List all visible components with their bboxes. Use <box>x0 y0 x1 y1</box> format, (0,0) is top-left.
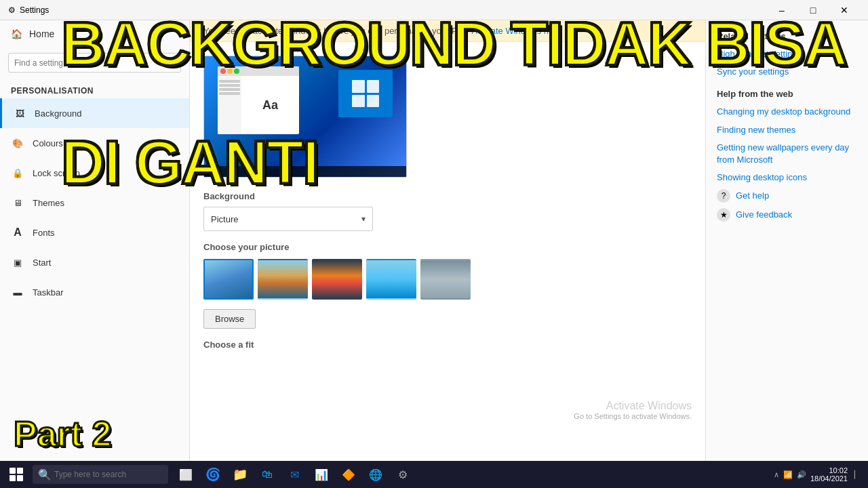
preview-start-tile <box>338 70 393 117</box>
picture-thumb-4[interactable] <box>366 259 416 300</box>
preview-sidebar-line-1 <box>219 80 240 83</box>
sidebar-item-themes[interactable]: 🖥 Themes <box>0 188 189 218</box>
preview-close-dot <box>220 68 226 74</box>
start-icon: ▣ <box>11 256 24 269</box>
clock-display[interactable]: 10:02 18/04/2021 <box>810 466 848 483</box>
title-bar: ⚙ Settings – □ ✕ <box>0 0 868 20</box>
clock-time: 10:02 <box>810 466 848 474</box>
sync-settings-link[interactable]: Sync your settings <box>717 66 857 78</box>
start-q1 <box>9 468 16 474</box>
sidebar-item-lock-screen[interactable]: 🔒 Lock screen <box>0 158 189 188</box>
background-label: Background <box>203 191 692 201</box>
edge-browser-icon[interactable]: 🌀 <box>201 461 225 488</box>
settings-window: ⚙ Settings – □ ✕ 🏠 Home 🔍 Personalisatio… <box>0 0 868 461</box>
volume-icon[interactable]: 🔊 <box>797 470 806 479</box>
sidebar-item-background[interactable]: 🖼 Background <box>0 98 189 128</box>
preview-sidebar-line-2 <box>219 84 240 87</box>
getting-wallpapers-link[interactable]: Getting new wallpapers every day from Mi… <box>717 142 857 166</box>
get-help-link[interactable]: Get help <box>736 190 769 202</box>
mail-icon[interactable]: ✉ <box>282 461 307 488</box>
title-bar-left: ⚙ Settings <box>8 5 49 15</box>
preview-container: Aa <box>203 56 407 178</box>
help-from-web-title: Help from the web <box>717 89 857 99</box>
chrome-icon[interactable]: 🌐 <box>363 461 388 488</box>
activate-watermark-title: Activate Windows <box>574 400 692 412</box>
sidebar-item-taskbar-label: Taskbar <box>33 287 64 298</box>
preview-sidebar-line-4 <box>219 92 240 95</box>
sidebar-item-background-label: Background <box>35 108 81 119</box>
activate-watermark-subtitle: Go to Settings to activate Windows. <box>574 412 692 420</box>
taskbar-app-icons: ⬜ 🌀 📁 🛍 ✉ 📊 🔶 🌐 ⚙ <box>174 461 415 488</box>
choose-fit-label: Choose a fit <box>203 340 692 350</box>
activate-banner-text: You need to activate Windows before you … <box>203 26 467 36</box>
colours-icon: 🎨 <box>11 136 24 150</box>
title-bar-controls: – □ ✕ <box>766 0 860 20</box>
sidebar-item-taskbar[interactable]: ▬ Taskbar <box>0 277 189 307</box>
content-area: 🏠 Home 🔍 Personalisation 🖼 Background 🎨 … <box>0 20 868 461</box>
sidebar-search-input[interactable] <box>14 58 161 68</box>
logo-q2 <box>367 80 380 93</box>
sidebar-section-title: Personalisation <box>0 78 189 98</box>
high-contrast-link[interactable]: High contrast settings <box>717 48 857 60</box>
picture-thumb-5[interactable] <box>420 259 471 300</box>
preview-taskbar-bar <box>204 166 406 177</box>
maximize-button[interactable]: □ <box>797 0 829 20</box>
finding-themes-link[interactable]: Finding new themes <box>717 124 857 136</box>
browse-button[interactable]: Browse <box>203 309 256 329</box>
give-feedback-link[interactable]: Give feedback <box>736 209 792 221</box>
file-explorer-icon[interactable]: 📁 <box>228 461 252 488</box>
right-panel: Related Settings High contrast settings … <box>705 20 868 461</box>
sidebar-search-container: 🔍 <box>8 53 181 73</box>
activate-watermark: Activate Windows Go to Settings to activ… <box>574 400 692 420</box>
network-icon[interactable]: 📶 <box>783 470 793 479</box>
taskbar-search-input[interactable] <box>54 470 163 479</box>
ps-q3 <box>207 172 211 176</box>
taskbar-search-bar[interactable]: 🔍 <box>33 465 168 484</box>
give-feedback-icon: ★ <box>717 208 730 222</box>
task-view-button[interactable]: ⬜ <box>174 461 198 488</box>
sidebar-item-fonts[interactable]: A Fonts <box>0 218 189 247</box>
sidebar-item-colours[interactable]: 🎨 Colours <box>0 128 189 158</box>
get-help-icon: ? <box>717 189 730 203</box>
activate-now-link[interactable]: Activate Windows now. <box>472 26 562 36</box>
showing-icons-link[interactable]: Showing desktop icons <box>717 171 857 184</box>
picture-thumb-2[interactable] <box>258 259 308 300</box>
app6-icon[interactable]: 📊 <box>309 461 334 488</box>
start-q4 <box>17 475 23 481</box>
sidebar-item-start[interactable]: ▣ Start <box>0 247 189 277</box>
sidebar-item-fonts-label: Fonts <box>33 228 55 238</box>
fonts-icon: A <box>11 226 24 239</box>
store-icon[interactable]: 🛍 <box>255 461 279 488</box>
start-q3 <box>9 475 16 481</box>
close-button[interactable]: ✕ <box>829 0 860 20</box>
picture-thumb-1[interactable] <box>203 259 254 300</box>
preview-windows-logo <box>352 80 379 107</box>
minimize-button[interactable]: – <box>766 0 797 20</box>
taskbar: 🔍 ⬜ 🌀 📁 🛍 ✉ 📊 🔶 🌐 ⚙ ∧ 📶 🔊 10:02 18/04/20… <box>0 461 868 488</box>
preview-window-content: Aa <box>218 76 299 134</box>
ps-q4 <box>212 172 216 176</box>
taskbar-search-icon: 🔍 <box>38 468 52 481</box>
chevron-up-icon[interactable]: ∧ <box>774 470 779 479</box>
changing-desktop-bg-link[interactable]: Changing my desktop background <box>717 106 857 118</box>
logo-q4 <box>367 95 380 108</box>
clock-date: 18/04/2021 <box>810 474 848 483</box>
logo-q3 <box>352 95 365 108</box>
settings-taskbar-icon[interactable]: ⚙ <box>391 461 415 488</box>
settings-icon: ⚙ <box>8 5 16 15</box>
show-desktop-button[interactable]: ▏ <box>852 470 860 479</box>
themes-icon: 🖥 <box>11 196 24 209</box>
taskbar-icon: ▬ <box>11 285 24 299</box>
home-icon: 🏠 <box>11 28 22 39</box>
give-feedback-item: ★ Give feedback <box>717 208 857 222</box>
background-icon: 🖼 <box>13 106 26 120</box>
start-button[interactable] <box>3 461 30 488</box>
sidebar-home-button[interactable]: 🏠 Home <box>0 20 189 47</box>
vlc-icon[interactable]: 🔶 <box>336 461 361 488</box>
sidebar: 🏠 Home 🔍 Personalisation 🖼 Background 🎨 … <box>0 20 190 461</box>
dropdown-value: Picture <box>211 214 238 224</box>
taskbar-right: ∧ 📶 🔊 10:02 18/04/2021 ▏ <box>774 466 865 483</box>
picture-thumb-3[interactable] <box>312 259 362 300</box>
background-dropdown[interactable]: Picture ▾ <box>203 207 373 231</box>
activate-banner: You need to activate Windows before you … <box>190 20 705 42</box>
